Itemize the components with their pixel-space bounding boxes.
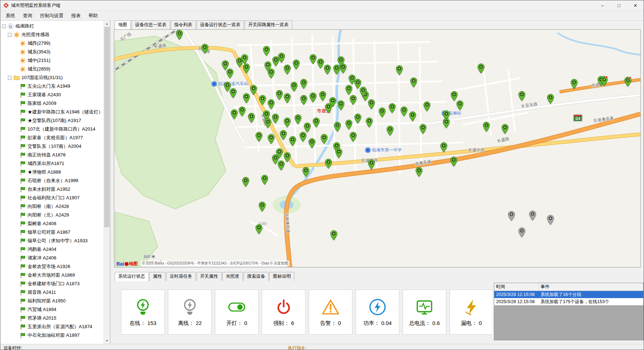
map-pin-online-icon[interactable] xyxy=(423,101,431,112)
map-pin-online-icon[interactable] xyxy=(226,68,234,79)
map-pin-online-icon[interactable] xyxy=(335,148,342,159)
baidu-logo[interactable]: Bai 地图 xyxy=(116,261,138,266)
tree-item[interactable]: 107北（建新中路路口西）A2014 xyxy=(0,125,104,133)
map-pin-online-icon[interactable] xyxy=(176,30,183,40)
bottom-tab[interactable]: 光照度 xyxy=(222,272,243,281)
tree-item[interactable]: 鸿鹳巷 A2404 xyxy=(0,245,104,254)
map-pin-online-icon[interactable] xyxy=(409,111,416,122)
scroll-down-icon[interactable]: ▼ xyxy=(104,338,110,344)
map-pin-online-icon[interactable] xyxy=(350,95,357,105)
map-canvas[interactable]: 京广线长盛路长白路临湘长途汽车站市政府长盛路临湘站长安东路京港线G4京港澳高速临… xyxy=(114,29,641,267)
tree-item[interactable]: 金桥农贸市场 A1926 xyxy=(0,262,104,271)
map-pin-online-icon[interactable] xyxy=(321,134,328,144)
map-pin-online-icon[interactable] xyxy=(259,201,266,212)
map-pin-online-icon[interactable] xyxy=(330,230,337,240)
map-pin-online-icon[interactable] xyxy=(264,118,271,128)
tree-item[interactable]: 中石化加油站对面 A1897 xyxy=(0,331,104,340)
tree-expander-icon[interactable]: - xyxy=(8,76,12,80)
map-pin-online-icon[interactable] xyxy=(451,91,458,101)
map-pin-online-icon[interactable] xyxy=(230,88,237,98)
map-pin-online-icon[interactable] xyxy=(308,138,316,149)
map-pin-offline-icon[interactable] xyxy=(508,211,515,221)
map-pin-offline-icon[interactable] xyxy=(518,227,525,238)
tree-item[interactable]: 向阳桥（南）A2428 xyxy=(0,202,104,211)
tree-item[interactable]: 城北(2859) xyxy=(0,65,104,73)
tree-item[interactable]: ★建新中路路口东 A1946（辅道灯） xyxy=(0,108,104,116)
map-pin-online-icon[interactable] xyxy=(248,113,255,123)
bottom-tab[interactable]: 图标说明 xyxy=(269,272,294,281)
tree-item[interactable]: 芭茅塘 A2015 xyxy=(0,314,104,322)
map-pin-online-icon[interactable] xyxy=(450,156,457,167)
map-tab[interactable]: 指令列表 xyxy=(171,20,196,29)
tree-item[interactable]: 五尖山大门东 A1949 xyxy=(0,82,104,91)
map-pin-online-icon[interactable] xyxy=(571,79,578,89)
close-button[interactable]: ✕ xyxy=(627,0,644,10)
map-pin-online-icon[interactable] xyxy=(317,58,324,69)
map-pin-online-icon[interactable] xyxy=(299,132,307,142)
map-pin-online-icon[interactable] xyxy=(501,124,509,134)
status-card[interactable]: 总电流：0.6 xyxy=(403,290,446,335)
map-pin-online-icon[interactable] xyxy=(410,77,417,88)
map-pin-online-icon[interactable] xyxy=(440,142,447,152)
tree-item[interactable]: 社会福利院大门口 A1907 xyxy=(0,194,104,202)
map-pin-online-icon[interactable] xyxy=(477,63,485,74)
status-card[interactable]: 漏电：0 xyxy=(450,290,493,335)
map-pin-online-icon[interactable] xyxy=(293,59,300,70)
status-card[interactable]: 开灯：0 xyxy=(215,290,259,335)
map-pin-online-icon[interactable] xyxy=(242,177,249,187)
tree-item[interactable]: -G临湘路灯 xyxy=(0,22,104,30)
map-pin-online-icon[interactable] xyxy=(239,106,246,117)
map-pin-online-icon[interactable] xyxy=(483,122,490,132)
tree-item[interactable]: 城西(2799) xyxy=(0,39,104,48)
tree-item[interactable]: 福利院对面 A1950 xyxy=(0,297,104,305)
tree-item[interactable]: 观音路 A2411 xyxy=(0,288,104,297)
map-pin-offline-icon[interactable] xyxy=(547,215,554,225)
bottom-tab[interactable]: 系统运行状态 xyxy=(115,272,149,281)
tree-item[interactable]: 自来水斜对面 A1952 xyxy=(0,185,104,194)
map-pin-online-icon[interactable] xyxy=(366,117,373,128)
bottom-tab[interactable]: 属性 xyxy=(149,272,165,281)
map-pin-online-icon[interactable] xyxy=(259,95,266,105)
tree-scrollbar[interactable]: ▲ ▼ xyxy=(104,21,110,344)
map-pin-online-icon[interactable] xyxy=(284,64,291,75)
map-pin-online-icon[interactable] xyxy=(345,120,352,130)
map-pin-online-icon[interactable] xyxy=(261,175,268,185)
map-pin-online-icon[interactable] xyxy=(284,93,291,103)
map-pin-online-icon[interactable] xyxy=(243,93,250,103)
status-card[interactable]: 离线：22 xyxy=(168,290,212,335)
tree-item[interactable]: 五里派出所（富源汽配）A1874 xyxy=(0,322,104,331)
map-pin-online-icon[interactable] xyxy=(304,122,311,133)
menu-item[interactable]: 查询 xyxy=(19,11,36,20)
minimize-button[interactable]: – xyxy=(594,0,611,10)
map-pin-online-icon[interactable] xyxy=(278,160,285,171)
map-pin-online-icon[interactable] xyxy=(294,114,302,125)
menu-item[interactable]: 帮助 xyxy=(85,11,102,20)
map-pin-online-icon[interactable] xyxy=(276,90,283,100)
menu-item[interactable]: 系统 xyxy=(2,11,19,20)
status-card[interactable]: 在线：153 xyxy=(121,290,165,335)
map-pin-online-icon[interactable] xyxy=(325,103,332,113)
map-pin-online-icon[interactable] xyxy=(400,106,408,117)
map-pin-online-icon[interactable] xyxy=(280,130,287,140)
map-pin-online-icon[interactable] xyxy=(319,91,326,101)
tree-item[interactable]: 南正街转盘 A1876 xyxy=(0,151,104,159)
log-row[interactable]: 2025/3/28 12:15:08系统加载了175个设备，在线153个 xyxy=(494,298,643,305)
map-pin-online-icon[interactable] xyxy=(389,103,396,113)
tree-item[interactable]: 城中(2151) xyxy=(0,56,104,65)
map-pin-online-icon[interactable] xyxy=(334,122,341,132)
map-pin-online-icon[interactable] xyxy=(201,44,208,54)
map-pin-online-icon[interactable] xyxy=(443,118,450,128)
tree-item[interactable]: 王家珑巷 A2430 xyxy=(0,91,104,99)
map-pin-online-icon[interactable] xyxy=(368,159,375,170)
map-pin-online-icon[interactable] xyxy=(337,100,345,111)
map-pin-online-icon[interactable] xyxy=(289,136,296,146)
map-pin-online-icon[interactable] xyxy=(300,95,307,105)
map-pin-online-icon[interactable] xyxy=(337,56,345,67)
map-pin-online-icon[interactable] xyxy=(379,107,386,118)
map-pin-online-icon[interactable] xyxy=(354,113,361,124)
log-row[interactable]: 2025/3/28 12:15:08系统加载了16个分组 xyxy=(494,291,643,298)
map-pin-online-icon[interactable] xyxy=(547,94,554,104)
tree-item[interactable]: 梨树巷 A2408 xyxy=(0,219,104,228)
map-pin-online-icon[interactable] xyxy=(345,85,352,95)
map-pin-online-icon[interactable] xyxy=(284,117,291,128)
